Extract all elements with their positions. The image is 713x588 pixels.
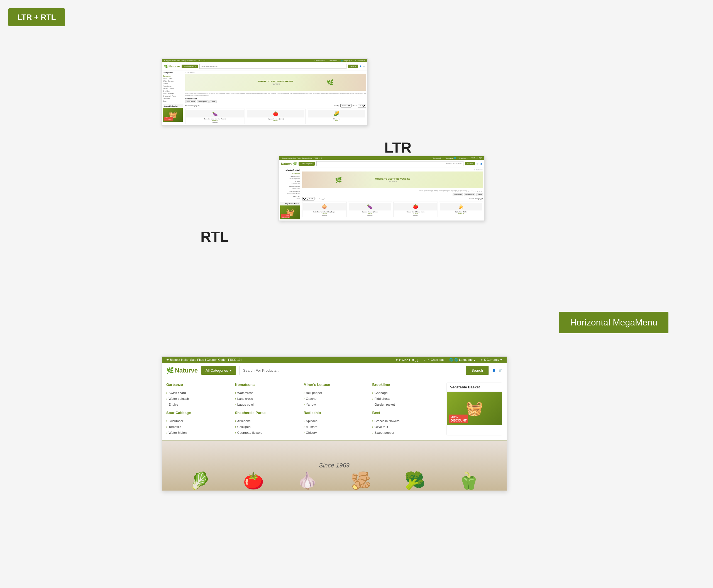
ltr-search-button[interactable]: Search [348, 65, 358, 68]
ltr-banner-content: WHERE TO BEST FIND VEGGIES #NATURVE [258, 80, 293, 85]
rtl-sidebar-item-swiss-chard[interactable]: Swiss Chard [280, 175, 300, 177]
rtl-sidebar-item-beet[interactable]: Beet [280, 197, 300, 200]
mega-menu-col-garbanzo-title: Garbanzo [166, 382, 235, 387]
mega-menu-item-endive[interactable]: Endive [166, 401, 235, 407]
mega-wishlist[interactable]: ♥ ♥ Wish List [0] [396, 358, 418, 362]
mega-menu-item-broccolini[interactable]: Broccolini flowers [372, 418, 441, 424]
mega-menu-item-swiss-chard[interactable]: Swiss chard [166, 390, 235, 396]
ltr-sidebar-item-shepherd[interactable]: Shepherd's Purse [163, 94, 183, 97]
ltr-basket-img: 🧺 -10%DISCOUNT [163, 108, 183, 122]
mega-menu-col-garbanzo: Garbanzo Swiss chard Water spinach Endiv… [166, 382, 235, 436]
ltr-sidebar-item-sour[interactable]: Sour Cabbage [163, 92, 183, 94]
ltr-sidebar-item-water-spinach[interactable]: Water Spinach [163, 80, 183, 82]
rtl-sidebar-item-water-spinach[interactable]: Water Spinach [280, 177, 300, 180]
ltr-filter-tag-1[interactable]: Roma lettuce [185, 100, 196, 103]
ltr-filter-tag-2[interactable]: Water spinach [197, 100, 209, 103]
rtl-filter-tag-1[interactable]: Endive [476, 193, 483, 196]
rtl-sort-select[interactable]: الافتراضي [302, 197, 314, 201]
mega-menu-item-lagos-boloji[interactable]: Lagos boloji [235, 401, 304, 407]
ltr-sort-select[interactable]: Default [340, 104, 351, 107]
ltr-sidebar-item-miners[interactable]: Miner's Lettuce [163, 87, 183, 90]
mega-user-icon[interactable]: 👤 [492, 369, 495, 372]
mega-search-input[interactable] [240, 366, 466, 375]
mega-menu-item-water-melon[interactable]: Water Melon [166, 429, 235, 436]
rtl-cart-icon[interactable]: 🛒 [476, 163, 478, 165]
rtl-sidebar-item-komatsuna[interactable]: Komatsuna [280, 182, 300, 185]
ltr-sidebar-item-garbanzo[interactable]: Garbanzo [163, 75, 183, 77]
rtl-sidebar-item-miners[interactable]: Miner's Lettuce [280, 185, 300, 187]
rtl-search-button[interactable]: Search [465, 162, 475, 165]
ltr-cart-icon[interactable]: 🛒 [363, 65, 365, 67]
mega-topbar: ★ Biggest Indian Sale Plate | Coupon Cod… [162, 357, 507, 363]
mega-menu-item-cabbage[interactable]: Cabbage [372, 390, 441, 396]
rtl-user-icon[interactable]: 👤 [480, 163, 482, 165]
ltr-sidebar-item-swiss-chard[interactable]: Swiss Chard [163, 77, 183, 80]
ltr-show-label: Show: [352, 105, 357, 107]
mega-menu-item-chickpea[interactable]: Chickpea [235, 424, 304, 429]
ltr-sidebar-item-komatsuna[interactable]: Komatsuna [163, 85, 183, 87]
ltr-user-icon[interactable]: 👤 [360, 65, 362, 67]
rtl-sidebar-item-radicchio[interactable]: Radicchio [280, 195, 300, 197]
mega-menu-item-garden-rocket[interactable]: Garden rocket [372, 401, 441, 407]
mega-menu-item-sweet-pepper[interactable]: Sweet pepper [372, 429, 441, 436]
rtl-sidebar-item-endive[interactable]: Endive [280, 180, 300, 182]
mega-cat-button[interactable]: All Categories ▾ [201, 366, 236, 375]
ltr-cat-button[interactable]: All Categories ▾ [182, 65, 198, 68]
mega-menu-item-tomatillo[interactable]: Tomatillo [166, 424, 235, 429]
rtl-sidebar-item-garbanzo[interactable]: Garbanzo [280, 172, 300, 175]
mega-menu-item-artichoke[interactable]: Artichoke [235, 418, 304, 424]
rtl-sidebar-item-shepherd[interactable]: Shepherd's Purse [280, 192, 300, 195]
mega-menu-item-water-spinach[interactable]: Water spinach [166, 396, 235, 401]
mega-heart-icon: ♥ [396, 358, 398, 362]
ltr-sidebar: Categories Garbanzo Swiss Chard Water Sp… [162, 70, 184, 125]
ltr-product-card-1: 🍆 Butterflies dance And Stay (Renew) $75… [185, 109, 245, 124]
rtl-basket-title: Vegetable Basket [280, 202, 300, 206]
mega-menu-item-cucumber[interactable]: Cucumber [166, 418, 235, 424]
rtl-filter-tag-2[interactable]: Water spinach [464, 193, 475, 196]
mega-menu-item-land-cress[interactable]: Land cress [235, 396, 304, 401]
mega-checkout[interactable]: ✓ ✓ Checkout [424, 358, 444, 362]
mega-language[interactable]: 🌐 🌐 Language ∨ [449, 358, 476, 362]
mega-menu-item-yarrow[interactable]: Yarrow [304, 401, 372, 407]
ltr-cat-chevron: ▾ [195, 65, 196, 67]
mega-menu-item-bell-pepper[interactable]: Bell pepper [304, 390, 372, 396]
mega-currency[interactable]: $ $ Currency ∨ [481, 358, 502, 362]
ltr-sidebar-item-brooklime[interactable]: Brooklime [163, 90, 183, 92]
ltr-wishlist: ♥ Wish List [0] [314, 60, 325, 62]
rtl-body: أصناف الخضروات Garbanzo Swiss Chard Wate… [279, 168, 484, 220]
rtl-sidebar-item-sour[interactable]: Sour Cabbage [280, 190, 300, 192]
ltr-refine-title: Refine Search [185, 98, 366, 100]
mega-menu-item-mustard[interactable]: Mustard [304, 424, 372, 429]
mega-cart-icon[interactable]: 🛒 [499, 369, 502, 372]
mega-menu-item-olive-fruit[interactable]: Olive fruit [372, 424, 441, 429]
mega-menu-item-orache[interactable]: Orache [304, 396, 372, 401]
rtl-cat-button[interactable]: All Categories ▾ [299, 162, 315, 166]
rtl-breadcrumb: Garbanzos ★ [302, 169, 483, 171]
rtl-product-card-4: 🧅 Butterflies Havoc Hand Bag (Beige) $75… [302, 202, 347, 217]
rtl-product-card-3: 🍆 Cayenne Summer (Jamm) $99.00 $199.00 [348, 202, 392, 217]
rtl-logo: 🌿 Naturve [281, 162, 297, 166]
mega-menu-item-fiddlehead[interactable]: Fiddlehead [372, 396, 441, 401]
rtl-sort-label: ترتيب حسب: [315, 198, 325, 200]
ltr-search-input[interactable] [199, 64, 346, 69]
rtl-search-input[interactable] [317, 161, 464, 166]
ltr-product-img-3: 🌽 [308, 110, 365, 118]
mega-menu-item-courgette[interactable]: Courgette flowers [235, 429, 304, 436]
ltr-logo: 🌿 Naturve [164, 65, 180, 68]
mega-hero-veg-2: 🍅 [243, 471, 264, 490]
mega-hero-veg-6: 🫑 [458, 471, 479, 490]
rtl-product-card-2: 🍅 Circular Sem & Frisian Jeans $179.00 $… [393, 202, 438, 217]
ltr-filter-tag-3[interactable]: Endive [209, 100, 217, 103]
mega-menu-item-spinach[interactable]: Spinach [304, 418, 372, 424]
ltr-language: 🌐 Language ∨ [341, 60, 352, 62]
ltr-sidebar-item-beet[interactable]: Beet [163, 100, 183, 102]
rtl-sidebar-item-brooklime[interactable]: Brooklime [280, 187, 300, 190]
mega-menu-item-chicory[interactable]: Chicory [304, 429, 372, 436]
ltr-show-select[interactable]: 12 [358, 104, 366, 107]
ltr-filter-tags: Roma lettuce Water spinach Endive [185, 100, 366, 103]
mega-search-button[interactable]: Search [466, 366, 489, 375]
ltr-sidebar-item-radicchio[interactable]: Radicchio [163, 97, 183, 100]
mega-menu-item-watercress[interactable]: Watercress [235, 390, 304, 396]
rtl-filter-tag-3[interactable]: Swiss chard [453, 193, 463, 196]
ltr-sidebar-item-endive[interactable]: Endive [163, 82, 183, 85]
